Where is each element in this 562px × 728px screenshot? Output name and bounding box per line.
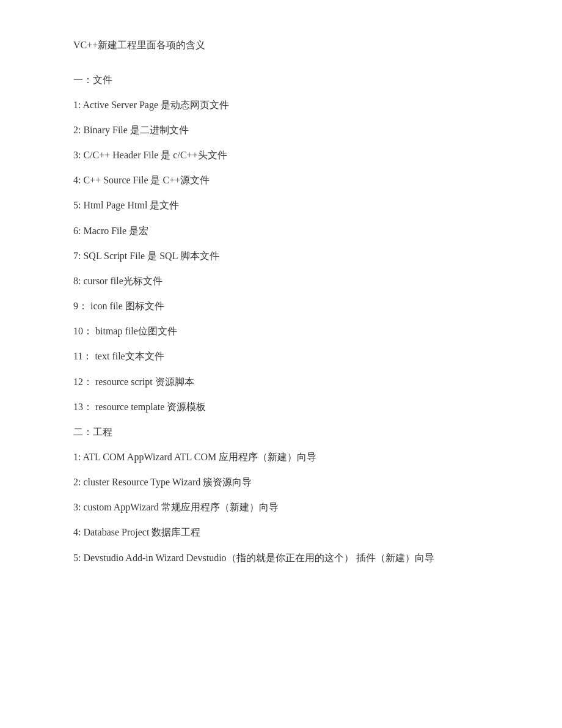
list-item: 2: Binary File 是二进制文件 — [73, 122, 513, 138]
list-item: 1: ATL COM AppWizard ATL COM 应用程序（新建）向导 — [73, 449, 513, 465]
list-item: 2: cluster Resource Type Wizard 簇资源向导 — [73, 474, 513, 490]
section1-heading: 一：文件 — [73, 72, 513, 89]
list-item: 1: Active Server Page 是动态网页文件 — [73, 97, 513, 113]
list-item: 8: cursor file光标文件 — [73, 273, 513, 289]
page-container: VC++新建工程里面各项的含义 一：文件 1: Active Server Pa… — [0, 0, 562, 611]
list-item: 4: C++ Source File 是 C++源文件 — [73, 172, 513, 188]
list-item: 3: C/C++ Header File 是 c/C++头文件 — [73, 147, 513, 163]
list-item: 11： text file文本文件 — [73, 348, 513, 364]
page-title: VC++新建工程里面各项的含义 — [73, 37, 513, 54]
list-item: 4: Database Project 数据库工程 — [73, 524, 513, 540]
list-item: 10： bitmap file位图文件 — [73, 323, 513, 339]
list-item: 13： resource template 资源模板 — [73, 399, 513, 415]
list-item: 5: Html Page Html 是文件 — [73, 197, 513, 213]
list-item: 5: Devstudio Add-in Wizard Devstudio（指的就… — [73, 550, 513, 566]
list-item: 6: Macro File 是宏 — [73, 222, 513, 239]
list-item: 9： icon file 图标文件 — [73, 298, 513, 314]
section2-heading: 二：工程 — [73, 424, 513, 441]
list-item: 7: SQL Script File 是 SQL 脚本文件 — [73, 248, 513, 264]
list-item: 12： resource script 资源脚本 — [73, 373, 513, 390]
list-item: 3: custom AppWizard 常规应用程序（新建）向导 — [73, 499, 513, 515]
